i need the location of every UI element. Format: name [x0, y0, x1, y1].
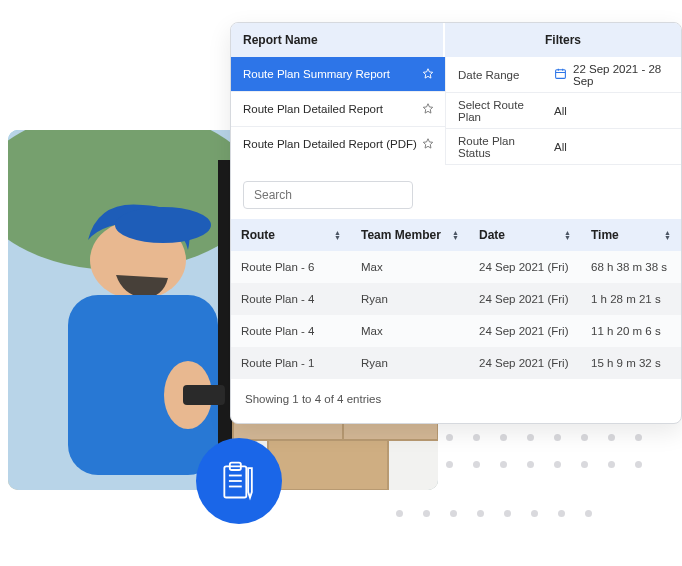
report-badge: [196, 438, 282, 524]
cell-date: 24 Sep 2021 (Fri): [469, 251, 581, 283]
report-label: Route Plan Detailed Report: [243, 103, 383, 115]
cell-member: Max: [351, 251, 469, 283]
col-time[interactable]: Time▲▼: [581, 219, 681, 251]
report-item-detailed[interactable]: Route Plan Detailed Report: [231, 91, 445, 126]
filter-value: All: [546, 141, 681, 153]
col-date[interactable]: Date▲▼: [469, 219, 581, 251]
cell-time: 11 h 20 m 6 s: [581, 315, 681, 347]
star-icon[interactable]: [421, 137, 435, 151]
star-icon[interactable]: [421, 67, 435, 81]
svg-rect-11: [183, 385, 225, 405]
dot-grid: [396, 510, 592, 517]
filter-value: All: [546, 105, 681, 117]
report-item-summary[interactable]: Route Plan Summary Report: [231, 57, 445, 91]
cell-member: Ryan: [351, 283, 469, 315]
search-wrap: [231, 165, 681, 219]
cell-time: 1 h 28 m 21 s: [581, 283, 681, 315]
cell-member: Max: [351, 315, 469, 347]
report-item-detailed-pdf[interactable]: Route Plan Detailed Report (PDF): [231, 126, 445, 161]
sort-icon: ▲▼: [334, 230, 341, 240]
svg-rect-12: [224, 466, 246, 497]
sort-icon: ▲▼: [564, 230, 571, 240]
sort-icon: ▲▼: [664, 230, 671, 240]
filter-label: Date Range: [446, 69, 546, 81]
cell-time: 15 h 9 m 32 s: [581, 347, 681, 379]
table-row[interactable]: Route Plan - 1 Ryan 24 Sep 2021 (Fri) 15…: [231, 347, 681, 379]
report-label: Route Plan Detailed Report (PDF): [243, 138, 417, 150]
filter-label: Route Plan Status: [446, 135, 546, 159]
cell-time: 68 h 38 m 38 s: [581, 251, 681, 283]
col-member[interactable]: Team Member▲▼: [351, 219, 469, 251]
svg-rect-6: [268, 440, 388, 490]
filter-date-range[interactable]: Date Range 22 Sep 2021 - 28 Sep: [446, 57, 681, 93]
header-report-name: Report Name: [231, 23, 445, 57]
cell-route: Route Plan - 4: [231, 315, 351, 347]
calendar-icon: [554, 67, 567, 82]
cell-route: Route Plan - 1: [231, 347, 351, 379]
filter-label: Select Route Plan: [446, 99, 546, 123]
sort-icon: ▲▼: [452, 230, 459, 240]
table-body: Route Plan - 6 Max 24 Sep 2021 (Fri) 68 …: [231, 251, 681, 379]
table-header: Route▲▼ Team Member▲▼ Date▲▼ Time▲▼: [231, 219, 681, 251]
table-row[interactable]: Route Plan - 4 Max 24 Sep 2021 (Fri) 11 …: [231, 315, 681, 347]
table-row[interactable]: Route Plan - 4 Ryan 24 Sep 2021 (Fri) 1 …: [231, 283, 681, 315]
table-row[interactable]: Route Plan - 6 Max 24 Sep 2021 (Fri) 68 …: [231, 251, 681, 283]
filter-value: 22 Sep 2021 - 28 Sep: [546, 63, 681, 87]
results-table: Route▲▼ Team Member▲▼ Date▲▼ Time▲▼ Rout…: [231, 219, 681, 379]
header-filters: Filters: [445, 23, 681, 57]
report-label: Route Plan Summary Report: [243, 68, 390, 80]
cell-date: 24 Sep 2021 (Fri): [469, 347, 581, 379]
cell-date: 24 Sep 2021 (Fri): [469, 315, 581, 347]
panel-header: Report Name Filters: [231, 23, 681, 57]
col-route[interactable]: Route▲▼: [231, 219, 351, 251]
search-input[interactable]: [243, 181, 413, 209]
cell-date: 24 Sep 2021 (Fri): [469, 283, 581, 315]
clipboard-icon: [217, 459, 261, 503]
cell-route: Route Plan - 6: [231, 251, 351, 283]
filter-route-status[interactable]: Route Plan Status All: [446, 129, 681, 165]
svg-point-8: [115, 207, 211, 243]
filters-column: Date Range 22 Sep 2021 - 28 Sep Select R…: [445, 57, 681, 165]
filter-route-plan[interactable]: Select Route Plan All: [446, 93, 681, 129]
table-footer: Showing 1 to 4 of 4 entries: [231, 379, 681, 423]
filter-value-text: 22 Sep 2021 - 28 Sep: [573, 63, 673, 87]
report-list: Route Plan Summary Report Route Plan Det…: [231, 57, 445, 165]
cell-member: Ryan: [351, 347, 469, 379]
cell-route: Route Plan - 4: [231, 283, 351, 315]
report-panel: Report Name Filters Route Plan Summary R…: [230, 22, 682, 424]
star-icon[interactable]: [421, 102, 435, 116]
svg-rect-17: [556, 70, 566, 79]
